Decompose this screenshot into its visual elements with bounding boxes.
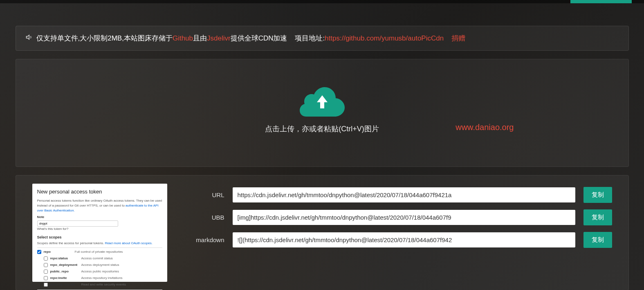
notice-bar: 仅支持单文件,大小限制2MB,本站图床存储于Github且由Jsdelivr提供… bbox=[16, 26, 629, 51]
output-row-markdown: markdown 复制 bbox=[180, 232, 612, 248]
copy-button-ubb[interactable]: 复制 bbox=[583, 209, 612, 225]
scope-row: repo:statusAccess commit status bbox=[37, 255, 162, 262]
github-token-screenshot: New personal access token Personal acces… bbox=[32, 184, 167, 282]
url-label: URL bbox=[180, 191, 224, 198]
scope-checkbox bbox=[44, 283, 48, 287]
speaker-icon bbox=[26, 34, 33, 43]
results-panel: New personal access token Personal acces… bbox=[16, 175, 629, 290]
scope-description: Full control of private repositories bbox=[75, 250, 162, 254]
scope-row: repo_deploymentAccess deployment status bbox=[37, 262, 162, 268]
scope-checkbox bbox=[44, 276, 48, 280]
scope-description: Access deployment status bbox=[81, 263, 162, 268]
markdown-label: markdown bbox=[180, 236, 224, 243]
notice-text: 仅支持单文件,大小限制2MB,本站图床存储于 bbox=[36, 34, 173, 42]
scope-row: public_repoAccess public repositories bbox=[37, 268, 162, 275]
active-tab-indicator bbox=[570, 0, 632, 3]
scope-description: Access commit status bbox=[81, 256, 162, 261]
output-row-url: URL 复制 bbox=[180, 187, 612, 203]
scope-description: Access public repositories bbox=[81, 269, 162, 274]
output-rows: URL 复制 UBB 复制 markdown 复制 bbox=[180, 184, 612, 282]
scope-row: security_eventsRead and write security e… bbox=[37, 281, 162, 288]
scope-row: repoFull control of private repositories bbox=[37, 247, 162, 255]
upload-dropzone[interactable]: 点击上传，亦或者粘贴(Ctrl+V)图片 bbox=[28, 72, 616, 154]
scope-checkbox bbox=[44, 256, 48, 261]
scope-description: Read and write security events bbox=[81, 282, 162, 287]
scope-description: Access repository invitations bbox=[81, 276, 162, 281]
upload-panel: 点击上传，亦或者粘贴(Ctrl+V)图片 www.daniao.org bbox=[16, 59, 629, 167]
upload-prompt: 点击上传，亦或者粘贴(Ctrl+V)图片 bbox=[28, 124, 616, 134]
scope-checkbox bbox=[44, 270, 48, 274]
copy-button-markdown[interactable]: 复制 bbox=[583, 232, 612, 248]
ubb-input[interactable] bbox=[233, 210, 575, 225]
scope-name: public_repo bbox=[50, 269, 79, 274]
jsdelivr-link[interactable]: Jsdelivr bbox=[207, 34, 231, 42]
url-input[interactable] bbox=[233, 187, 575, 202]
scope-name: repo bbox=[44, 250, 72, 254]
donate-link[interactable]: 捐赠 bbox=[451, 34, 465, 42]
scope-name: repo:invite bbox=[50, 276, 79, 281]
token-title: New personal access token bbox=[37, 188, 162, 196]
scope-row: repo:inviteAccess repository invitations bbox=[37, 275, 162, 281]
output-row-ubb: UBB 复制 bbox=[180, 209, 612, 225]
scope-checkbox bbox=[37, 250, 41, 254]
token-note-input bbox=[37, 220, 119, 227]
copy-button-url[interactable]: 复制 bbox=[583, 187, 612, 203]
ubb-label: UBB bbox=[180, 214, 224, 221]
scope-name: security_events bbox=[50, 282, 79, 287]
scope-name: repo_deployment bbox=[50, 263, 79, 268]
watermark-text: www.daniao.org bbox=[456, 123, 514, 132]
project-url-link[interactable]: https://github.com/yumusb/autoPicCdn bbox=[325, 34, 444, 42]
cloud-upload-icon bbox=[300, 84, 345, 117]
markdown-input[interactable] bbox=[233, 232, 575, 247]
scope-checkbox bbox=[44, 263, 48, 267]
scope-name: repo:status bbox=[50, 256, 79, 261]
top-bar bbox=[0, 0, 644, 3]
github-link[interactable]: Github bbox=[173, 34, 193, 42]
